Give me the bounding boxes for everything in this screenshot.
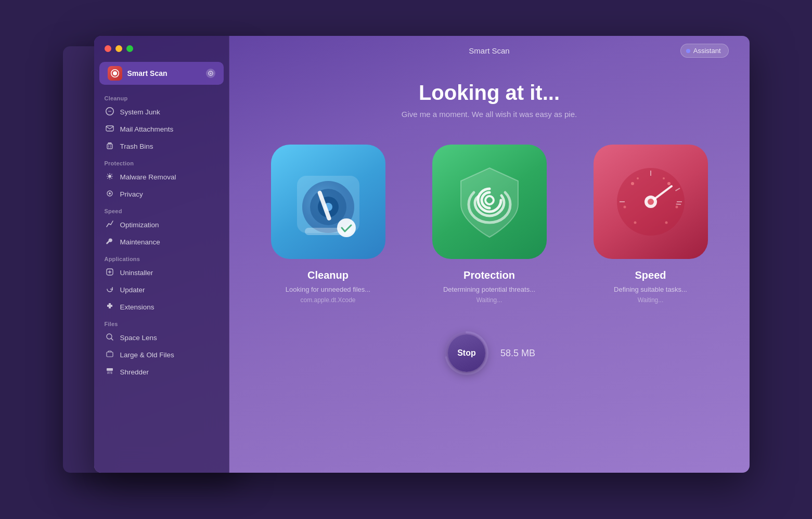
- svg-point-35: [637, 177, 639, 179]
- system-junk-label: System Junk: [120, 108, 160, 116]
- protection-card-subtitle: Determining potential threats...: [443, 286, 535, 293]
- svg-rect-13: [107, 368, 113, 371]
- svg-point-31: [623, 206, 626, 209]
- svg-rect-12: [107, 352, 113, 357]
- extensions-label: Extensions: [120, 303, 154, 311]
- stop-area: Stop 58.5 MB: [443, 330, 535, 377]
- protection-card-icon: [432, 145, 547, 259]
- svg-point-1: [210, 73, 211, 74]
- speed-card-title: Speed: [635, 269, 666, 281]
- sidebar-item-maintenance[interactable]: Maintenance: [94, 233, 229, 251]
- section-speed-label: Speed: [94, 203, 229, 216]
- protection-card-title: Protection: [463, 269, 515, 281]
- sidebar-item-smart-scan[interactable]: Smart Scan: [99, 62, 224, 85]
- sidebar-item-trash-bins[interactable]: Trash Bins: [94, 138, 229, 155]
- window-wrapper: Smart Scan Cleanup System Junk: [63, 36, 750, 483]
- speed-card-icon: [594, 145, 708, 259]
- cleanup-card-subtitle: Looking for unneeded files...: [286, 286, 370, 293]
- mail-icon: [105, 124, 115, 134]
- speed-card: Speed Defining suitable tasks... Waiting…: [578, 145, 724, 304]
- uninstaller-label: Uninstaller: [120, 269, 153, 277]
- cards-row: Cleanup Looking for unneeded files... co…: [255, 145, 724, 304]
- large-old-files-label: Large & Old Files: [120, 351, 174, 359]
- svg-point-30: [667, 182, 671, 185]
- shredder-icon: [105, 367, 115, 377]
- main-content: Smart Scan Assistant Looking at it... Gi…: [229, 36, 750, 473]
- system-junk-icon: [105, 107, 115, 117]
- mail-attachments-label: Mail Attachments: [120, 125, 174, 133]
- scan-main-heading: Looking at it...: [402, 81, 577, 105]
- trash-icon: [105, 141, 115, 151]
- top-bar-title: Smart Scan: [469, 46, 509, 55]
- svg-point-8: [109, 192, 111, 194]
- minimize-button[interactable]: [115, 45, 122, 52]
- extensions-icon: [105, 302, 115, 312]
- protection-card-detail: Waiting...: [476, 296, 502, 304]
- sidebar-item-shredder[interactable]: Shredder: [94, 364, 229, 381]
- sidebar-item-uninstaller[interactable]: Uninstaller: [94, 264, 229, 281]
- svg-line-11: [111, 339, 113, 340]
- fullscreen-button[interactable]: [126, 45, 133, 52]
- uninstaller-icon: [105, 268, 115, 278]
- scan-heading: Looking at it... Give me a moment. We al…: [402, 81, 577, 119]
- updater-icon: [105, 285, 115, 295]
- sidebar-item-large-old-files[interactable]: Large & Old Files: [94, 346, 229, 364]
- stop-button-wrap: Stop: [443, 330, 490, 377]
- svg-point-39: [648, 199, 654, 205]
- space-lens-icon: [105, 333, 115, 343]
- speed-card-subtitle: Defining suitable tasks...: [614, 286, 687, 293]
- malware-icon: [105, 172, 115, 182]
- scan-size-display: 58.5 MB: [500, 348, 535, 359]
- svg-rect-2: [106, 126, 113, 131]
- stop-button[interactable]: Stop: [448, 334, 485, 372]
- close-button[interactable]: [105, 45, 111, 52]
- sidebar-item-optimization[interactable]: Optimization: [94, 216, 229, 233]
- cleanup-card-title: Cleanup: [307, 269, 349, 281]
- scan-subheading: Give me a moment. We all wish it was eas…: [402, 110, 577, 119]
- svg-rect-3: [107, 144, 112, 149]
- sidebar-item-malware-removal[interactable]: Malware Removal: [94, 168, 229, 186]
- svg-point-36: [663, 177, 665, 179]
- assistant-button[interactable]: Assistant: [680, 44, 729, 58]
- updater-label: Updater: [120, 286, 145, 294]
- malware-removal-label: Malware Removal: [120, 173, 176, 181]
- traffic-lights: [105, 45, 133, 52]
- assistant-label: Assistant: [693, 47, 721, 55]
- sidebar-item-system-junk[interactable]: System Junk: [94, 103, 229, 121]
- top-bar: Smart Scan Assistant: [250, 36, 729, 55]
- svg-point-32: [675, 206, 678, 209]
- cleanup-card-detail: com.apple.dt.Xcode: [300, 296, 355, 304]
- maintenance-label: Maintenance: [120, 238, 160, 246]
- section-cleanup-label: Cleanup: [94, 90, 229, 103]
- section-files-label: Files: [94, 316, 229, 329]
- maintenance-icon: [105, 237, 115, 247]
- privacy-label: Privacy: [120, 190, 143, 198]
- sidebar-item-updater[interactable]: Updater: [94, 281, 229, 299]
- cleanup-card-icon: [271, 145, 385, 259]
- svg-point-33: [634, 222, 636, 224]
- svg-point-29: [631, 182, 634, 185]
- main-window: Smart Scan Cleanup System Junk: [94, 36, 750, 473]
- optimization-label: Optimization: [120, 221, 159, 229]
- trash-bins-label: Trash Bins: [120, 142, 153, 150]
- section-applications-label: Applications: [94, 251, 229, 264]
- svg-point-6: [108, 175, 111, 178]
- sidebar-item-mail-attachments[interactable]: Mail Attachments: [94, 121, 229, 138]
- smart-scan-icon: [108, 66, 122, 81]
- svg-point-34: [665, 222, 667, 224]
- space-lens-label: Space Lens: [120, 334, 157, 342]
- large-old-files-icon: [105, 350, 115, 360]
- smart-scan-label: Smart Scan: [127, 69, 201, 77]
- sidebar-item-privacy[interactable]: Privacy: [94, 186, 229, 203]
- cleanup-card: Cleanup Looking for unneeded files... co…: [255, 145, 401, 304]
- speed-card-detail: Waiting...: [638, 296, 664, 304]
- sidebar: Smart Scan Cleanup System Junk: [94, 36, 229, 473]
- optimization-icon: [105, 220, 115, 230]
- privacy-icon: [105, 189, 115, 199]
- sidebar-item-space-lens[interactable]: Space Lens: [94, 329, 229, 346]
- section-protection-label: Protection: [94, 155, 229, 168]
- sidebar-item-extensions[interactable]: Extensions: [94, 299, 229, 316]
- svg-point-22: [337, 218, 356, 237]
- smart-scan-badge: [206, 69, 215, 78]
- assistant-status-dot: [686, 49, 690, 53]
